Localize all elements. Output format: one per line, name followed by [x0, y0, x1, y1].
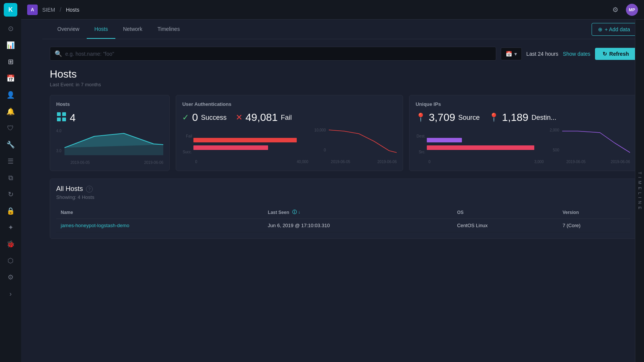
- search-input-wrap[interactable]: 🔍: [50, 47, 496, 61]
- timeline-label: T I M E L I N E: [638, 172, 642, 210]
- all-hosts-showing: Showing: 4 Hosts: [56, 194, 630, 200]
- source-pin-icon: 📍: [416, 113, 426, 122]
- unique-ips-card-title: Unique IPs: [416, 101, 630, 107]
- sidebar-icon-chart[interactable]: 📊: [3, 38, 18, 53]
- svg-rect-1: [62, 112, 66, 116]
- col-name: Name: [56, 206, 263, 219]
- sidebar-icon-chevron[interactable]: ›: [3, 286, 18, 301]
- sort-icon: ⓘ ↓: [292, 209, 300, 215]
- tab-bar: Overview Hosts Network Timelines ⊕ + Add…: [42, 20, 644, 39]
- topbar-app-icon[interactable]: A: [27, 5, 38, 15]
- host-os: CentOS Linux: [452, 219, 558, 232]
- sidebar-icon-clock[interactable]: ⊙: [3, 21, 18, 36]
- main-content: Overview Hosts Network Timelines ⊕ + Add…: [42, 20, 644, 362]
- refresh-icon: ↻: [603, 51, 607, 57]
- host-last-seen: Jun 6, 2019 @ 17:10:03.310: [263, 219, 452, 232]
- dest-pin-icon: 📍: [489, 113, 499, 122]
- sidebar-icon-refresh[interactable]: ↻: [3, 187, 18, 202]
- user-auth-card-title: User Authentications: [182, 101, 397, 107]
- success-check-icon: ✓: [182, 113, 189, 122]
- sidebar-icon-lock[interactable]: 🔒: [3, 203, 18, 218]
- content-area: 🔍 📅 ▾ Last 24 hours Show dates ↻ Refresh…: [42, 39, 644, 362]
- unique-ips-stat-card: Unique IPs 📍 3,709 Source 📍 1,189 Destin…: [409, 95, 636, 171]
- sidebar-icon-bell[interactable]: 🔔: [3, 104, 18, 119]
- fail-cross-icon: ✕: [236, 113, 242, 122]
- user-auth-stat-card: User Authentications ✓ 0 Success ✕ 49,08…: [176, 95, 403, 171]
- date-picker-button[interactable]: 📅 ▾: [501, 47, 522, 60]
- fail-label: Fail: [281, 114, 292, 122]
- topbar-page-label: Hosts: [66, 7, 80, 13]
- avatar[interactable]: MP: [626, 4, 638, 16]
- timeline-sidebar[interactable]: T I M E L I N E: [635, 20, 644, 362]
- sidebar-icon-calendar[interactable]: 📅: [3, 71, 18, 86]
- refresh-button[interactable]: ↻ Refresh: [595, 48, 636, 60]
- search-bar: 🔍 📅 ▾ Last 24 hours Show dates ↻ Refresh: [50, 47, 636, 61]
- search-input[interactable]: [65, 51, 491, 57]
- app-logo[interactable]: K: [4, 3, 17, 17]
- hosts-grid-icon: [56, 112, 67, 124]
- svg-rect-0: [57, 112, 61, 116]
- x-label-end: 2019-06-06: [144, 160, 163, 165]
- user-auth-line-chart: 10,000 0 2019-06-05 2019-06-06: [314, 128, 397, 164]
- sidebar-icon-list[interactable]: ☰: [3, 154, 18, 169]
- sidebar-icon-shield[interactable]: 🛡: [3, 121, 18, 136]
- source-label: Source: [458, 114, 480, 122]
- tab-hosts[interactable]: Hosts: [87, 20, 115, 39]
- search-icon: 🔍: [55, 50, 62, 57]
- add-data-button[interactable]: ⊕ + Add data: [592, 23, 636, 36]
- success-count: 0: [192, 112, 198, 124]
- source-count: 3,709: [429, 112, 455, 124]
- table-row: james-honeypot-logstash-demo Jun 6, 2019…: [56, 219, 630, 232]
- unique-ips-bar-chart: Dest. Src.: [416, 128, 544, 164]
- tab-network[interactable]: Network: [115, 20, 150, 39]
- hosts-count-item: 4: [56, 112, 76, 124]
- sidebar-icon-bug[interactable]: 🐞: [3, 237, 18, 252]
- dest-item: 📍 1,189 Destin...: [489, 112, 556, 124]
- sidebar-icon-settings[interactable]: ⚙: [3, 270, 18, 285]
- topbar: A SIEM / Hosts ⚙ MP: [21, 0, 644, 20]
- tab-timelines[interactable]: Timelines: [150, 20, 187, 39]
- unique-ips-line-chart: 2,000 500 2019-06-05 2019-06-06: [550, 128, 630, 164]
- sidebar-icon-user[interactable]: 👤: [3, 87, 18, 102]
- sidebar-icon-layers[interactable]: ⧉: [3, 170, 18, 185]
- time-range-label: Last 24 hours: [526, 51, 558, 57]
- topbar-separator: /: [60, 6, 61, 13]
- col-version: Version: [558, 206, 630, 219]
- host-name-link[interactable]: james-honeypot-logstash-demo: [56, 219, 263, 232]
- dest-label: Destin...: [531, 114, 556, 122]
- svg-rect-2: [57, 118, 61, 121]
- x-label-start: 2019-06-05: [71, 160, 90, 165]
- sidebar: K ⊙ 📊 ⊞ 📅 👤 🔔 🛡 🔧 ☰ ⧉ ↻ 🔒 ✦ 🐞 ⬡ ⚙ ›: [0, 0, 21, 362]
- col-os: OS: [452, 206, 558, 219]
- all-hosts-section: All Hosts ? Showing: 4 Hosts Name Last S…: [50, 179, 636, 239]
- info-icon[interactable]: ?: [86, 186, 93, 192]
- sidebar-icon-wrench[interactable]: 🔧: [3, 137, 18, 152]
- user-auth-bar-chart: Fail Succ.: [182, 128, 308, 164]
- source-item: 📍 3,709 Source: [416, 112, 480, 124]
- stats-cards: Hosts 4 4.0 3.0: [50, 95, 636, 171]
- tab-overview[interactable]: Overview: [50, 20, 87, 39]
- sidebar-icon-brain[interactable]: ⬡: [3, 253, 18, 268]
- dest-count: 1,189: [502, 112, 528, 124]
- success-label: Success: [201, 114, 227, 122]
- all-hosts-title: All Hosts ?: [56, 185, 630, 193]
- add-data-icon: ⊕: [598, 26, 603, 32]
- y-label-max: 4.0: [56, 129, 61, 133]
- fail-count: 49,081: [245, 112, 278, 124]
- hosts-table: Name Last Seen ⓘ ↓ OS Version: [56, 206, 630, 232]
- chevron-down-icon: ▾: [514, 51, 517, 57]
- page-title: Hosts: [50, 68, 636, 80]
- hosts-header: Hosts Last Event: in 7 months: [50, 68, 636, 87]
- fail-item: ✕ 49,081 Fail: [236, 112, 292, 124]
- sidebar-icon-grid[interactable]: ⊞: [3, 54, 18, 69]
- col-last-seen[interactable]: Last Seen ⓘ ↓: [263, 206, 452, 219]
- show-dates-button[interactable]: Show dates: [563, 51, 590, 57]
- sidebar-icon-network[interactable]: ✦: [3, 220, 18, 235]
- calendar-icon: 📅: [506, 51, 512, 57]
- y-label-min: 3.0: [56, 149, 61, 153]
- svg-marker-4: [64, 133, 164, 155]
- hosts-chart: 4.0 3.0 2019-06-05 2019-06-06: [56, 129, 163, 165]
- hosts-stat-card: Hosts 4 4.0 3.0: [50, 95, 170, 171]
- last-event-subtitle: Last Event: in 7 months: [50, 82, 636, 87]
- settings-icon[interactable]: ⚙: [609, 4, 621, 16]
